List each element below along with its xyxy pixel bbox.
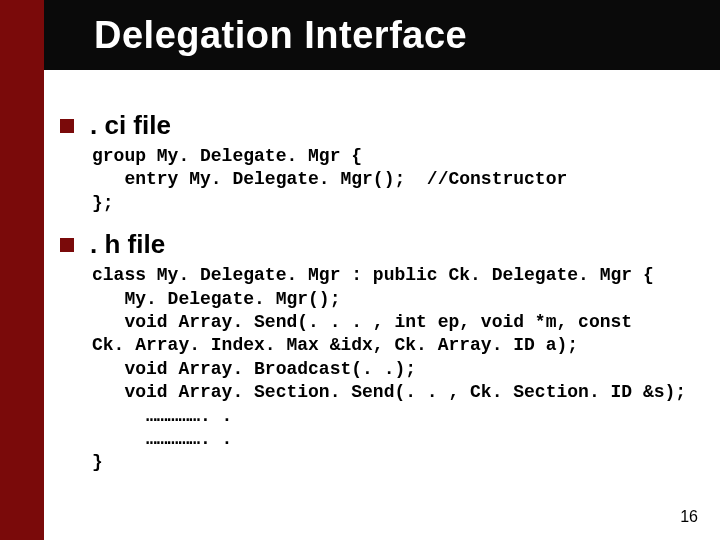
- slide: Delegation Interface . ci file group My.…: [0, 0, 720, 540]
- slide-content: . ci file group My. Delegate. Mgr { entr…: [56, 110, 696, 489]
- code-block-ci: group My. Delegate. Mgr { entry My. Dele…: [92, 145, 696, 215]
- bullet-label-ci: . ci file: [90, 110, 171, 141]
- bullet-row-ci: . ci file: [56, 110, 696, 141]
- square-bullet-icon: [60, 238, 74, 252]
- code-block-h: class My. Delegate. Mgr : public Ck. Del…: [92, 264, 696, 475]
- square-bullet-icon: [60, 119, 74, 133]
- page-number: 16: [680, 508, 698, 526]
- left-sidebar: [0, 0, 44, 540]
- title-bar: Delegation Interface: [0, 0, 720, 70]
- slide-title: Delegation Interface: [94, 14, 467, 57]
- bullet-label-h: . h file: [90, 229, 165, 260]
- bullet-row-h: . h file: [56, 229, 696, 260]
- left-sidebar-over-title: [0, 0, 44, 70]
